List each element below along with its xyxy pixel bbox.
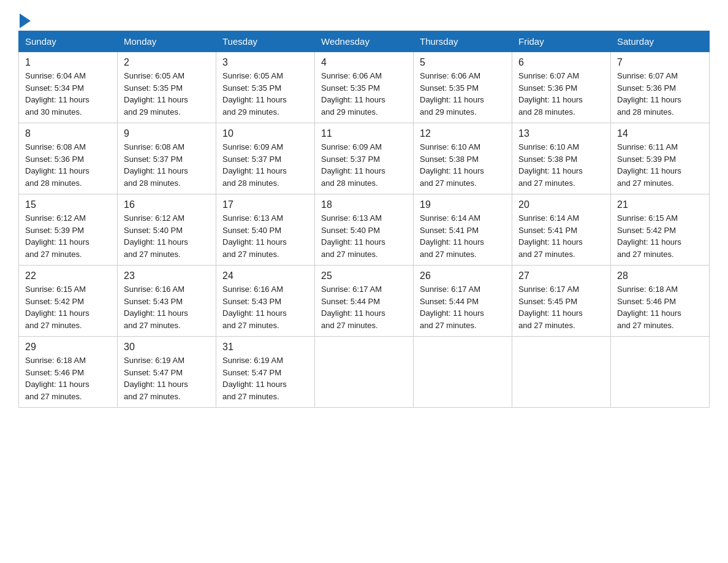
- calendar-cell: 27 Sunrise: 6:17 AM Sunset: 5:45 PM Dayl…: [512, 266, 611, 337]
- day-number: 25: [321, 270, 407, 282]
- day-number: 9: [124, 128, 210, 139]
- day-number: 18: [321, 199, 407, 210]
- day-number: 22: [25, 270, 111, 282]
- day-info: Sunrise: 6:19 AM Sunset: 5:47 PM Dayligh…: [124, 354, 210, 402]
- week-row-5: 29 Sunrise: 6:18 AM Sunset: 5:46 PM Dayl…: [19, 337, 710, 408]
- day-number: 26: [420, 270, 506, 282]
- calendar-cell: 16 Sunrise: 6:12 AM Sunset: 5:40 PM Dayl…: [118, 194, 216, 266]
- calendar-cell: 11 Sunrise: 6:09 AM Sunset: 5:37 PM Dayl…: [315, 123, 414, 194]
- header-thursday: Thursday: [414, 31, 512, 52]
- calendar-cell: 12 Sunrise: 6:10 AM Sunset: 5:38 PM Dayl…: [414, 123, 512, 194]
- calendar-cell: [611, 337, 710, 408]
- day-info: Sunrise: 6:17 AM Sunset: 5:44 PM Dayligh…: [420, 283, 506, 331]
- calendar-cell: 3 Sunrise: 6:05 AM Sunset: 5:35 PM Dayli…: [216, 52, 315, 123]
- header-monday: Monday: [118, 31, 216, 52]
- calendar-cell: 10 Sunrise: 6:09 AM Sunset: 5:37 PM Dayl…: [216, 123, 315, 194]
- header-tuesday: Tuesday: [216, 31, 315, 52]
- calendar-table: SundayMondayTuesdayWednesdayThursdayFrid…: [18, 31, 710, 408]
- header-friday: Friday: [512, 31, 611, 52]
- calendar-cell: 17 Sunrise: 6:13 AM Sunset: 5:40 PM Dayl…: [216, 194, 315, 266]
- day-number: 12: [420, 128, 506, 139]
- day-info: Sunrise: 6:06 AM Sunset: 5:35 PM Dayligh…: [321, 70, 407, 118]
- calendar-cell: 2 Sunrise: 6:05 AM Sunset: 5:35 PM Dayli…: [118, 52, 216, 123]
- calendar-cell: 28 Sunrise: 6:18 AM Sunset: 5:46 PM Dayl…: [611, 266, 710, 337]
- day-number: 1: [25, 57, 111, 68]
- day-info: Sunrise: 6:16 AM Sunset: 5:43 PM Dayligh…: [124, 283, 210, 331]
- day-info: Sunrise: 6:17 AM Sunset: 5:44 PM Dayligh…: [321, 283, 407, 331]
- day-info: Sunrise: 6:14 AM Sunset: 5:41 PM Dayligh…: [420, 212, 506, 260]
- calendar-cell: 6 Sunrise: 6:07 AM Sunset: 5:36 PM Dayli…: [512, 52, 611, 123]
- day-number: 3: [222, 57, 308, 68]
- day-number: 7: [617, 57, 703, 68]
- day-info: Sunrise: 6:17 AM Sunset: 5:45 PM Dayligh…: [518, 283, 604, 331]
- day-info: Sunrise: 6:12 AM Sunset: 5:40 PM Dayligh…: [124, 212, 210, 260]
- day-info: Sunrise: 6:18 AM Sunset: 5:46 PM Dayligh…: [25, 354, 111, 402]
- calendar-cell: [414, 337, 512, 408]
- calendar-cell: 9 Sunrise: 6:08 AM Sunset: 5:37 PM Dayli…: [118, 123, 216, 194]
- day-number: 8: [25, 128, 111, 139]
- calendar-cell: 4 Sunrise: 6:06 AM Sunset: 5:35 PM Dayli…: [315, 52, 414, 123]
- day-info: Sunrise: 6:11 AM Sunset: 5:39 PM Dayligh…: [617, 141, 703, 189]
- day-info: Sunrise: 6:05 AM Sunset: 5:35 PM Dayligh…: [222, 70, 308, 118]
- day-number: 20: [518, 199, 604, 210]
- day-number: 24: [222, 270, 308, 282]
- day-number: 23: [124, 270, 210, 282]
- calendar-cell: 29 Sunrise: 6:18 AM Sunset: 5:46 PM Dayl…: [19, 337, 118, 408]
- day-info: Sunrise: 6:13 AM Sunset: 5:40 PM Dayligh…: [222, 212, 308, 260]
- day-info: Sunrise: 6:09 AM Sunset: 5:37 PM Dayligh…: [321, 141, 407, 189]
- day-info: Sunrise: 6:08 AM Sunset: 5:37 PM Dayligh…: [124, 141, 210, 189]
- week-row-1: 1 Sunrise: 6:04 AM Sunset: 5:34 PM Dayli…: [19, 52, 710, 123]
- logo: [18, 12, 31, 25]
- calendar-cell: 14 Sunrise: 6:11 AM Sunset: 5:39 PM Dayl…: [611, 123, 710, 194]
- day-info: Sunrise: 6:15 AM Sunset: 5:42 PM Dayligh…: [617, 212, 703, 260]
- day-info: Sunrise: 6:16 AM Sunset: 5:43 PM Dayligh…: [222, 283, 308, 331]
- day-info: Sunrise: 6:06 AM Sunset: 5:35 PM Dayligh…: [420, 70, 506, 118]
- calendar-cell: 13 Sunrise: 6:10 AM Sunset: 5:38 PM Dayl…: [512, 123, 611, 194]
- week-row-4: 22 Sunrise: 6:15 AM Sunset: 5:42 PM Dayl…: [19, 266, 710, 337]
- day-number: 28: [617, 270, 703, 282]
- day-info: Sunrise: 6:19 AM Sunset: 5:47 PM Dayligh…: [222, 354, 308, 402]
- day-number: 16: [124, 199, 210, 210]
- day-number: 11: [321, 128, 407, 139]
- header-saturday: Saturday: [611, 31, 710, 52]
- calendar-cell: 20 Sunrise: 6:14 AM Sunset: 5:41 PM Dayl…: [512, 194, 611, 266]
- calendar-body: 1 Sunrise: 6:04 AM Sunset: 5:34 PM Dayli…: [19, 52, 710, 408]
- day-info: Sunrise: 6:07 AM Sunset: 5:36 PM Dayligh…: [617, 70, 703, 118]
- day-number: 19: [420, 199, 506, 210]
- calendar-cell: 8 Sunrise: 6:08 AM Sunset: 5:36 PM Dayli…: [19, 123, 118, 194]
- header-wednesday: Wednesday: [315, 31, 414, 52]
- day-info: Sunrise: 6:04 AM Sunset: 5:34 PM Dayligh…: [25, 70, 111, 118]
- calendar-cell: 18 Sunrise: 6:13 AM Sunset: 5:40 PM Dayl…: [315, 194, 414, 266]
- day-number: 27: [518, 270, 604, 282]
- day-number: 31: [222, 342, 308, 353]
- day-number: 14: [617, 128, 703, 139]
- calendar-cell: 19 Sunrise: 6:14 AM Sunset: 5:41 PM Dayl…: [414, 194, 512, 266]
- calendar-cell: 5 Sunrise: 6:06 AM Sunset: 5:35 PM Dayli…: [414, 52, 512, 123]
- calendar-cell: 7 Sunrise: 6:07 AM Sunset: 5:36 PM Dayli…: [611, 52, 710, 123]
- day-info: Sunrise: 6:18 AM Sunset: 5:46 PM Dayligh…: [617, 283, 703, 331]
- calendar-cell: 15 Sunrise: 6:12 AM Sunset: 5:39 PM Dayl…: [19, 194, 118, 266]
- day-number: 13: [518, 128, 604, 139]
- page-header: [18, 12, 710, 25]
- calendar-cell: 26 Sunrise: 6:17 AM Sunset: 5:44 PM Dayl…: [414, 266, 512, 337]
- calendar-cell: [315, 337, 414, 408]
- calendar-header-row: SundayMondayTuesdayWednesdayThursdayFrid…: [19, 31, 710, 52]
- calendar-cell: 21 Sunrise: 6:15 AM Sunset: 5:42 PM Dayl…: [611, 194, 710, 266]
- calendar-cell: [512, 337, 611, 408]
- day-number: 2: [124, 57, 210, 68]
- day-info: Sunrise: 6:09 AM Sunset: 5:37 PM Dayligh…: [222, 141, 308, 189]
- calendar-cell: 24 Sunrise: 6:16 AM Sunset: 5:43 PM Dayl…: [216, 266, 315, 337]
- day-info: Sunrise: 6:15 AM Sunset: 5:42 PM Dayligh…: [25, 283, 111, 331]
- day-number: 5: [420, 57, 506, 68]
- day-number: 21: [617, 199, 703, 210]
- day-info: Sunrise: 6:08 AM Sunset: 5:36 PM Dayligh…: [25, 141, 111, 189]
- day-number: 10: [222, 128, 308, 139]
- day-number: 30: [124, 342, 210, 353]
- day-number: 4: [321, 57, 407, 68]
- day-info: Sunrise: 6:13 AM Sunset: 5:40 PM Dayligh…: [321, 212, 407, 260]
- header-sunday: Sunday: [19, 31, 118, 52]
- calendar-cell: 25 Sunrise: 6:17 AM Sunset: 5:44 PM Dayl…: [315, 266, 414, 337]
- day-info: Sunrise: 6:10 AM Sunset: 5:38 PM Dayligh…: [420, 141, 506, 189]
- day-number: 6: [518, 57, 604, 68]
- day-info: Sunrise: 6:05 AM Sunset: 5:35 PM Dayligh…: [124, 70, 210, 118]
